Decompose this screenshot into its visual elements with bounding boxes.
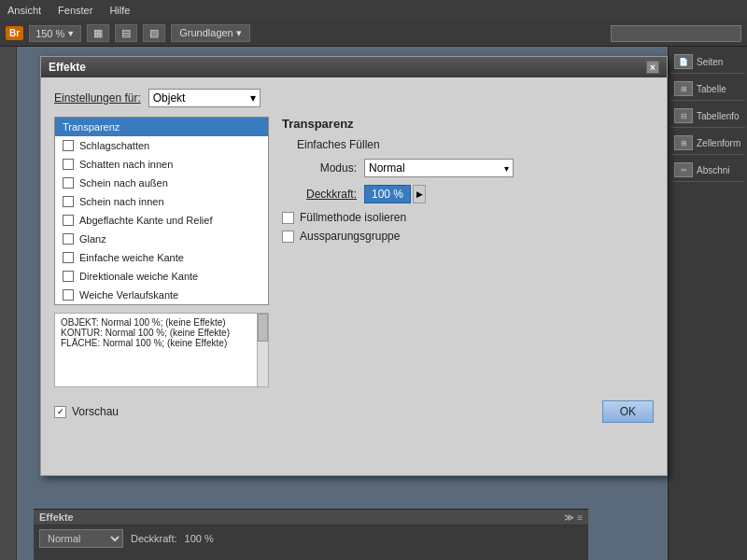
preview-checkbox[interactable]: ✓ — [54, 406, 66, 418]
left-panel — [0, 47, 17, 560]
effect-label-9: Weiche Verlaufskante — [79, 289, 178, 301]
main-area: Effekte × Einstellungen für: Objekt ▾ — [0, 47, 747, 560]
modal-titlebar: Effekte × — [41, 57, 667, 77]
right-panel-item-0[interactable]: 📄Seiten — [670, 50, 745, 74]
right-title: Transparenz — [282, 117, 654, 131]
right-panel-label-2: Tabellenfo — [697, 111, 740, 121]
modus-value: Normal — [369, 161, 405, 175]
panel-menu-btn[interactable]: ≡ — [577, 512, 583, 523]
effects-dialog: Effekte × Einstellungen für: Objekt ▾ — [40, 56, 668, 476]
right-panel-icon-4: ✂ — [674, 162, 693, 177]
right-panel-label-3: Zellenform — [697, 138, 740, 148]
effects-list: TransparenzSchlagschattenSchatten nach i… — [54, 117, 269, 305]
effects-right: Transparenz Einfaches Füllen Modus: Norm… — [282, 117, 654, 387]
effects-list-item-8[interactable]: Direktionale weiche Kante — [55, 267, 268, 286]
effects-list-item-6[interactable]: Glanz — [55, 230, 268, 248]
effects-list-item-4[interactable]: Schein nach innen — [55, 192, 268, 211]
deckkraft-input[interactable] — [364, 185, 411, 203]
right-panel-item-3[interactable]: ⊞Zellenform — [670, 132, 745, 155]
content-row: TransparenzSchlagschattenSchatten nach i… — [54, 117, 654, 387]
effects-list-item-3[interactable]: Schein nach außen — [55, 174, 268, 192]
zoom-arrow: ▼ — [66, 29, 75, 38]
settings-dropdown[interactable]: Objekt ▾ — [148, 89, 261, 107]
menu-fenster[interactable]: Fenster — [54, 3, 96, 18]
effect-label-0: Transparenz — [63, 121, 120, 133]
preview-scrollbar[interactable] — [257, 314, 268, 386]
layout-btn-2[interactable]: ▤ — [115, 24, 137, 42]
layout-btn-3[interactable]: ▧ — [143, 24, 165, 42]
modus-dropdown[interactable]: Normal ▾ — [364, 159, 514, 177]
right-panel: 📄Seiten⊞Tabelle⊟Tabellenfo⊞Zellenform✂Ab… — [668, 47, 747, 560]
right-panel-item-2[interactable]: ⊟Tabellenfo — [670, 105, 745, 128]
left-column: TransparenzSchlagschattenSchatten nach i… — [54, 117, 269, 387]
effect-label-5: Abgeflachte Kante und Relief — [79, 215, 213, 226]
right-panel-item-1[interactable]: ⊞Tabelle — [670, 77, 745, 101]
bottom-panel-header: Effekte ≫ ≡ — [34, 510, 588, 525]
modal-bottom-row: ✓ Vorschau OK — [54, 400, 654, 423]
deckkraft-stepper[interactable]: ▶ — [413, 185, 426, 203]
bottom-panel-deckkraft-label: Deckkraft: — [131, 533, 177, 544]
effect-checkbox-1[interactable] — [63, 140, 74, 151]
aussparungs-checkbox[interactable] — [282, 231, 294, 243]
effects-list-item-1[interactable]: Schlagschatten — [55, 136, 268, 155]
right-panel-label-1: Tabelle — [697, 84, 726, 94]
aussparungs-label: Aussparungsgruppe — [300, 230, 400, 243]
preview-line-1: KONTUR: Normal 100 %; (keine Effekte) — [61, 328, 249, 338]
fuellmethode-row: Füllmethode isolieren — [282, 211, 654, 224]
effect-checkbox-9[interactable] — [63, 289, 74, 301]
preview-label: Vorschau — [72, 405, 119, 418]
effects-list-item-5[interactable]: Abgeflachte Kante und Relief — [55, 211, 268, 230]
modus-label: Modus: — [282, 161, 357, 175]
effect-label-1: Schlagschatten — [79, 140, 149, 151]
bottom-panel: Effekte ≫ ≡ Normal Deckkraft: 100 % — [34, 509, 588, 560]
app-logo: Br — [6, 26, 23, 40]
effect-checkbox-4[interactable] — [63, 196, 74, 207]
effect-label-6: Glanz — [79, 233, 106, 245]
modal-body: Einstellungen für: Objekt ▾ TransparenzS… — [41, 77, 667, 434]
deckkraft-label: Deckkraft: — [282, 188, 357, 201]
effects-list-item-9[interactable]: Weiche Verlaufskante — [55, 286, 268, 304]
modus-row: Modus: Normal ▾ — [282, 159, 654, 177]
right-panel-icon-2: ⊟ — [674, 108, 693, 123]
center-content: Effekte × Einstellungen für: Objekt ▾ — [17, 47, 668, 560]
zoom-button[interactable]: 150 % ▼ — [29, 25, 81, 42]
toolbar-search[interactable] — [611, 25, 741, 42]
preview-checkbox-row: ✓ Vorschau — [54, 405, 119, 418]
effects-list-item-7[interactable]: Einfache weiche Kante — [55, 248, 268, 267]
grundlagen-dropdown[interactable]: Grundlagen ▾ — [171, 24, 250, 42]
effect-checkbox-3[interactable] — [63, 177, 74, 189]
settings-dropdown-arrow: ▾ — [250, 91, 256, 105]
right-panel-label-4: Abschni — [697, 165, 730, 175]
effect-checkbox-2[interactable] — [63, 159, 74, 170]
scroll-thumb — [258, 314, 268, 342]
effects-list-item-2[interactable]: Schatten nach innen — [55, 155, 268, 174]
fuellmethode-checkbox[interactable] — [282, 212, 294, 224]
deckkraft-input-group: ▶ — [364, 185, 426, 203]
bottom-panel-modus-dropdown[interactable]: Normal — [39, 529, 123, 548]
settings-row: Einstellungen für: Objekt ▾ — [54, 89, 654, 107]
modal-close-button[interactable]: × — [646, 61, 659, 74]
effects-list-item-0[interactable]: Transparenz — [55, 118, 268, 136]
right-panel-item-4[interactable]: ✂Abschni — [670, 159, 745, 182]
right-panel-label-0: Seiten — [697, 57, 723, 67]
menu-bar: Ansicht Fenster Hilfe — [0, 0, 747, 21]
section-fill: Einfaches Füllen — [297, 138, 654, 151]
preview-line-2: FLÄCHE: Normal 100 %; (keine Effekte) — [61, 338, 249, 348]
preview-text-area: OBJEKT: Normal 100 %; (keine Effekte)KON… — [54, 313, 269, 387]
ok-button[interactable]: OK — [602, 400, 654, 423]
effect-label-8: Direktionale weiche Kante — [79, 271, 198, 282]
panel-expand-btn[interactable]: ≫ — [564, 512, 573, 523]
menu-ansicht[interactable]: Ansicht — [4, 3, 45, 18]
right-panel-icon-0: 📄 — [674, 54, 693, 69]
bottom-panel-content: Normal Deckkraft: 100 % — [34, 525, 588, 552]
effect-checkbox-7[interactable] — [63, 252, 74, 263]
right-panel-icon-1: ⊞ — [674, 81, 693, 96]
settings-label: Einstellungen für: — [54, 91, 141, 105]
menu-hilfe[interactable]: Hilfe — [106, 3, 134, 18]
effect-checkbox-8[interactable] — [63, 271, 74, 282]
effect-checkbox-6[interactable] — [63, 233, 74, 245]
deckkraft-row: Deckkraft: ▶ — [282, 185, 654, 203]
layout-btn-1[interactable]: ▦ — [87, 24, 109, 42]
effect-checkbox-5[interactable] — [63, 215, 74, 226]
effect-label-4: Schein nach innen — [79, 196, 164, 207]
